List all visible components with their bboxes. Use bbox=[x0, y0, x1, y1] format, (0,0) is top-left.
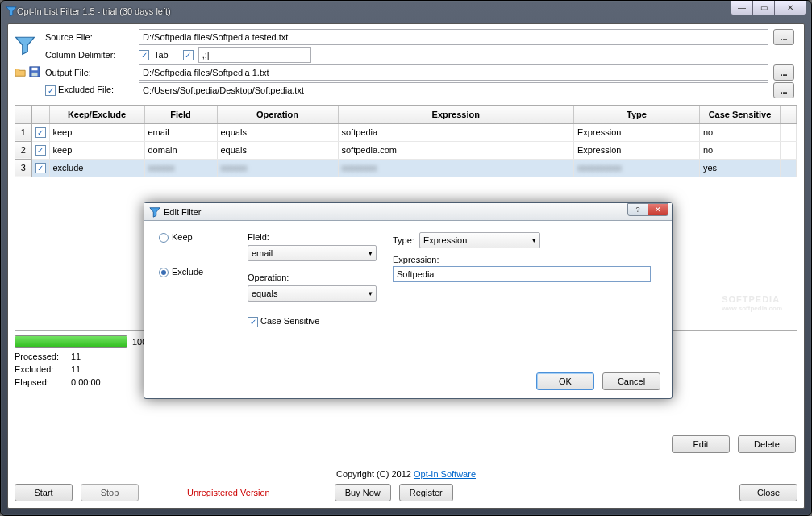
table-row[interactable]: 2 ✓ keep domain equals softpedia.com Exp… bbox=[15, 141, 797, 159]
browse-output-button[interactable]: ... bbox=[773, 64, 794, 81]
type-dropdown[interactable]: Expression bbox=[419, 232, 540, 248]
dialog-titlebar[interactable]: Edit Filter ? ✕ bbox=[144, 203, 672, 221]
expression-label: Expression: bbox=[393, 255, 651, 264]
expression-input[interactable] bbox=[393, 266, 651, 282]
output-file-label: Output File: bbox=[45, 68, 134, 77]
progress-bar bbox=[15, 335, 127, 348]
save-icon[interactable] bbox=[29, 66, 40, 79]
col-expression[interactable]: Expression bbox=[338, 106, 574, 123]
large-app-icon bbox=[15, 35, 40, 57]
col-case[interactable]: Case Sensitive bbox=[700, 106, 781, 123]
column-delimiter-label: Column Delimiter: bbox=[45, 50, 134, 60]
col-keep[interactable]: Keep/Exclude bbox=[49, 106, 144, 123]
copyright: Copyright (C) 2012 Opt-In Software bbox=[8, 469, 804, 479]
ok-button[interactable]: OK bbox=[536, 372, 594, 390]
dialog-close-button[interactable]: ✕ bbox=[648, 203, 668, 216]
source-file-label: Source File: bbox=[45, 32, 134, 42]
window-title: Opt-In List Filter 1.5 - trial (30 days … bbox=[17, 6, 171, 16]
table-header-row: Keep/Exclude Field Operation Expression … bbox=[15, 106, 797, 123]
browse-source-button[interactable]: ... bbox=[773, 29, 794, 45]
table-row-selected[interactable]: 3 ✓ exclude xxxxxx xxxxxx xxxxxxxx xxxxx… bbox=[15, 159, 797, 177]
minimize-button[interactable]: — bbox=[731, 1, 753, 15]
operation-label: Operation: bbox=[248, 273, 377, 282]
optin-software-link[interactable]: Opt-In Software bbox=[414, 469, 476, 479]
case-sensitive-label: Case Sensitive bbox=[260, 316, 319, 326]
edit-filter-dialog: Edit Filter ? ✕ Keep Exclude Field: emai… bbox=[144, 202, 673, 399]
start-button[interactable]: Start bbox=[15, 484, 73, 501]
edit-filter-button[interactable]: Edit bbox=[672, 435, 730, 453]
browse-excluded-button[interactable]: ... bbox=[773, 82, 794, 98]
buy-now-button[interactable]: Buy Now bbox=[335, 484, 391, 501]
type-label: Type: bbox=[393, 235, 414, 245]
app-icon bbox=[6, 6, 17, 17]
field-dropdown[interactable]: email bbox=[248, 245, 377, 261]
col-type[interactable]: Type bbox=[574, 106, 700, 123]
maximize-button[interactable]: ▭ bbox=[752, 1, 775, 15]
open-icon[interactable] bbox=[15, 66, 26, 79]
table-row[interactable]: 1 ✓ keep email equals softpedia Expressi… bbox=[15, 123, 797, 141]
operation-dropdown[interactable]: equals bbox=[248, 285, 377, 302]
field-label: Field: bbox=[248, 232, 377, 242]
row-enabled-checkbox[interactable]: ✓ bbox=[35, 145, 46, 156]
delete-filter-button[interactable]: Delete bbox=[738, 435, 796, 453]
excluded-file-label: Excluded File: bbox=[58, 85, 114, 94]
row-enabled-checkbox[interactable]: ✓ bbox=[35, 163, 46, 173]
tab-delimiter-checkbox[interactable]: ✓ bbox=[139, 50, 149, 60]
excluded-file-checkbox[interactable]: ✓ bbox=[45, 85, 56, 96]
close-button[interactable]: Close bbox=[739, 484, 797, 501]
svg-rect-1 bbox=[32, 68, 38, 71]
col-operation[interactable]: Operation bbox=[217, 106, 338, 123]
cancel-button[interactable]: Cancel bbox=[602, 372, 660, 390]
dialog-title: Edit Filter bbox=[164, 207, 201, 217]
dialog-help-button[interactable]: ? bbox=[627, 203, 648, 216]
exclude-radio[interactable] bbox=[159, 268, 169, 277]
custom-delimiter-checkbox[interactable]: ✓ bbox=[183, 50, 194, 60]
keep-radio-label: Keep bbox=[172, 232, 193, 242]
row-enabled-checkbox[interactable]: ✓ bbox=[35, 127, 46, 138]
output-file-input[interactable] bbox=[139, 64, 768, 81]
svg-rect-2 bbox=[32, 73, 38, 76]
excluded-file-input[interactable] bbox=[139, 82, 768, 98]
custom-delimiter-input[interactable] bbox=[198, 47, 311, 63]
source-file-input[interactable] bbox=[139, 29, 768, 45]
tab-label: Tab bbox=[154, 50, 169, 60]
exclude-radio-label: Exclude bbox=[172, 267, 203, 277]
col-field[interactable]: Field bbox=[144, 106, 217, 123]
softpedia-watermark: SOFTPEDIA www.softpedia.com bbox=[722, 293, 782, 312]
unregistered-label: Unregistered Version bbox=[187, 488, 270, 497]
titlebar[interactable]: Opt-In List Filter 1.5 - trial (30 days … bbox=[1, 1, 811, 22]
register-button[interactable]: Register bbox=[399, 484, 453, 501]
stop-button[interactable]: Stop bbox=[81, 484, 139, 501]
close-window-button[interactable]: ✕ bbox=[774, 1, 806, 15]
dialog-icon bbox=[149, 206, 160, 218]
case-sensitive-checkbox[interactable]: ✓ bbox=[248, 317, 258, 327]
keep-radio[interactable] bbox=[159, 233, 169, 243]
